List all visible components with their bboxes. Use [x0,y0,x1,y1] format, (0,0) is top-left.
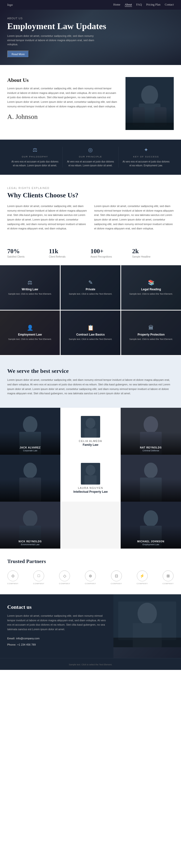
why-col1: Lorem ipsum dolor sit amet, consetetur s… [7,204,87,231]
team-center-laura: LAURA NGUYEN Intellectual Property Law [60,455,121,502]
partners-heading: Trusted Partners [7,558,174,564]
partner-5[interactable]: ⚡ COMPANY [137,570,148,585]
why-heading: Why Clients Choose Us? [7,191,174,199]
philosophy-text-1: At vero eos et accusam et justo duo dolo… [67,160,114,167]
about-heading: About Us [7,77,118,83]
nav-about[interactable]: About [125,3,132,7]
svg-point-19 [86,465,95,475]
service-card-3[interactable]: 👤 Employment Law Sample text. Click to s… [0,311,60,355]
service-icon-4: 📋 [87,325,94,331]
partner-0[interactable]: ⊙ COMPANY [7,570,19,585]
service-sample-3: Sample text. Click to select the Text El… [8,338,52,341]
team-card-left-1[interactable]: JACK ALVAREZ Corporate Law [0,408,60,455]
service-card-0[interactable]: ⚖ Writing Law Sample text. Click to sele… [0,265,60,310]
service-icon-5: 🏛 [149,325,154,331]
partner-label-1: COMPANY [33,583,44,585]
svg-point-10 [86,418,95,429]
contact-phone-label: Phone: [7,643,16,646]
philosophy-text-2: At vero eos et accusam et justo duo dolo… [122,160,170,167]
partner-2[interactable]: ◇ COMPANY [59,570,70,585]
service-sample-5: Sample text. Click to select the Text El… [129,338,173,341]
team-name-nat: NAT REYNOLDS [121,446,181,449]
stat-2: 100+ Award Recognitions [90,248,132,258]
team-name-michael: MICHAEL JOHNSON [121,540,181,543]
philosophy-icon-1: ◎ [67,147,114,153]
partner-6[interactable]: ⊞ COMPANY [162,570,174,585]
team-row-3: NICK REYNOLDS Environmental Law MICHAEL … [0,502,181,549]
svg-rect-3 [133,107,145,126]
service-title-3: Employment Law [18,333,42,336]
footer-sample-text[interactable]: Sample text. Click to select the Text El… [69,663,112,666]
why-section: LEGAL RIGHTS EXPLAINED Why Clients Choos… [0,175,181,245]
team-card-right-1[interactable]: NAT REYNOLDS Criminal Defense [121,408,181,455]
philosophy-label-1: OUR PRINCIPLE [67,155,114,158]
stat-label-2: Award Recognitions [90,255,132,258]
hero-section: ABOUT US Employment Law Updates Lorem ip… [0,10,181,65]
partner-icon-0: ⊙ [7,570,18,581]
service-card-5[interactable]: 🏛 Property Protection Sample text. Click… [121,311,181,355]
contact-right-image [113,594,181,658]
signature: A. Johnson [7,113,118,121]
nav-logo: logo [7,3,13,7]
nav-contact[interactable]: Contact [165,3,174,7]
partner-label-3: COMPANY [85,583,96,585]
partner-icon-5: ⚡ [137,570,148,581]
svg-rect-34 [113,638,181,647]
team-card-right-2[interactable] [121,455,181,502]
contact-email-value[interactable]: info@company.com [16,637,40,640]
philosophy-item-1: ◎ OUR PRINCIPLE At vero eos et accusam e… [63,147,118,167]
hero-read-more-button[interactable]: Read More [7,51,29,58]
partners-section: Trusted Partners ⊙ COMPANY □ COMPANY ◇ C… [0,549,181,594]
nav-pricing[interactable]: Pricing Plan [146,3,160,7]
service-sample-4: Sample text. Click to select the Text El… [69,338,112,341]
team-role-nat: Criminal Defense [121,450,181,452]
team-row-2: LAURA NGUYEN Intellectual Property Law [0,455,181,502]
team-role-jack: Corporate Law [0,450,60,452]
partner-3[interactable]: ⊚ COMPANY [85,570,96,585]
contact-email-label: Email: [7,637,15,640]
best-service-text: Lorem ipsum dolor sit amet, consetetur s… [7,378,174,396]
service-sample-0: Sample text. Click to select the Text El… [8,292,52,296]
team-row-1: JACK ALVAREZ Corporate Law CELIA ALMEDA … [0,408,181,455]
best-service-section: We serve the best service Lorem ipsum do… [0,356,181,408]
stat-label-3: Sample Headline [132,255,174,258]
partner-1[interactable]: □ COMPANY [33,570,44,585]
service-card-1[interactable]: ✎ Private Sample text. Click to select t… [60,265,121,310]
services-grid: ⚖ Writing Law Sample text. Click to sele… [0,265,181,355]
service-card-4[interactable]: 📋 Contract Law Basics Sample text. Click… [60,311,121,355]
partner-label-6: COMPANY [162,583,174,585]
philosophy-bar: ⚖ OUR PHILOSOPHY At vero eos et accusam … [0,140,181,175]
about-body: Lorem ipsum dolor sit amet, consetetur s… [7,86,118,108]
team-card-left-2[interactable] [0,455,60,502]
philosophy-icon-0: ⚖ [11,147,59,153]
philosophy-label-2: KEY OF SUCCESS [122,155,170,158]
stat-number-2: 100+ [90,248,132,255]
why-label: LEGAL RIGHTS EXPLAINED [7,187,174,189]
nav-faq[interactable]: FAQ [136,3,142,7]
team-card-michael[interactable]: MICHAEL JOHNSON Employment Law [121,502,181,549]
partner-label-2: COMPANY [59,583,70,585]
hero-content: ABOUT US Employment Law Updates Lorem ip… [7,17,174,58]
contact-left: Contact us Lorem ipsum dolor sit amet, c… [0,594,113,658]
service-title-1: Private [86,288,95,291]
hero-title: Employment Law Updates [7,22,174,31]
navigation: logo Home About FAQ Pricing Plan Contact [0,0,181,10]
service-card-2[interactable]: 📚 Legal Reading Sample text. Click to se… [121,265,181,310]
partner-icon-6: ⊞ [163,570,174,581]
team-center-role-laura: Intellectual Property Law [73,490,108,493]
partner-icon-1: □ [33,570,44,581]
team-center-name-laura: LAURA NGUYEN [78,487,103,489]
service-title-2: Legal Reading [141,288,161,291]
stat-label-1: Client Referrals [49,255,91,258]
hero-about-label: ABOUT US [7,17,174,20]
svg-point-1 [141,86,158,105]
partner-4[interactable]: ⊡ COMPANY [111,570,122,585]
contact-phone-value[interactable]: +1 234 456 789 [17,643,36,646]
team-name-jack: JACK ALVAREZ [0,446,60,449]
team-name-nick: NICK REYNOLDS [0,540,60,543]
stat-number-0: 70% [7,248,49,255]
service-sample-1: Sample text. Click to select the Text El… [69,292,112,296]
why-col2: Lorem ipsum dolor sit amet, consetetur s… [94,204,174,231]
team-card-nick[interactable]: NICK REYNOLDS Environmental Law [0,502,60,549]
nav-home[interactable]: Home [113,3,120,7]
